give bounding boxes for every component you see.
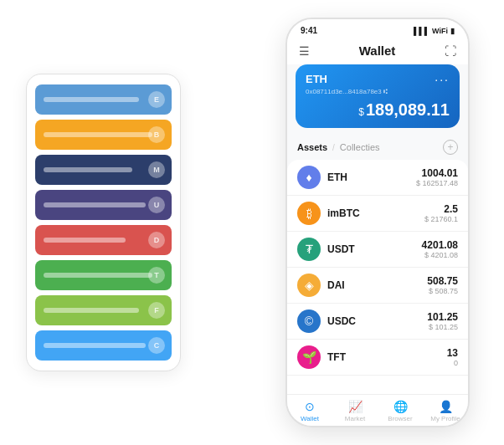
status-icons: ▌▌▌ WiFi ▮ [414, 27, 455, 35]
nav-label-profile: My Profile [430, 415, 460, 422]
card-stack: EBMUDTFC [26, 74, 181, 371]
status-bar: 9:41 ▌▌▌ WiFi ▮ [287, 19, 468, 38]
battery-icon: ▮ [450, 27, 455, 35]
assets-tabs: Assets / Collecties [297, 142, 380, 152]
asset-amount: 508.75 [427, 275, 458, 287]
card-item-5[interactable]: T [35, 260, 172, 290]
asset-name-dai: DAI [327, 279, 427, 291]
asset-amounts-tft: 130 [447, 347, 458, 367]
assets-tab-active[interactable]: Assets [297, 142, 327, 152]
eth-card[interactable]: ETH ··· 0x08711d3e...8418a78e3 ⑆ $189,08… [296, 64, 460, 128]
scene: EBMUDTFC 9:41 ▌▌▌ WiFi ▮ ☰ Wallet ⛶ ETH … [9, 9, 495, 436]
asset-icon-usdc: © [297, 309, 321, 333]
card-line [44, 273, 152, 278]
nav-item-browser[interactable]: 🌐Browser [378, 400, 423, 422]
asset-amounts-usdt: 4201.08$ 4201.08 [422, 239, 458, 259]
wifi-icon: WiFi [432, 27, 448, 35]
asset-item-eth[interactable]: ♦ETH1004.01$ 162517.48 [287, 160, 468, 196]
eth-balance-symbol: $ [358, 106, 364, 118]
asset-amount: 4201.08 [422, 239, 458, 251]
signal-icon: ▌▌▌ [414, 27, 429, 35]
asset-item-imbtc[interactable]: ₿imBTC2.5$ 21760.1 [287, 196, 468, 232]
asset-amounts-eth: 1004.01$ 162517.48 [416, 167, 458, 187]
asset-amounts-usdc: 101.25$ 101.25 [427, 311, 458, 331]
card-line [44, 238, 126, 243]
card-item-4[interactable]: D [35, 225, 172, 255]
card-item-6[interactable]: F [35, 295, 172, 325]
menu-icon[interactable]: ☰ [299, 44, 310, 58]
eth-balance-amount: 189,089.11 [366, 100, 450, 119]
asset-usd: $ 162517.48 [416, 179, 458, 187]
card-item-7[interactable]: C [35, 330, 172, 361]
assets-header: Assets / Collecties + [287, 135, 468, 160]
asset-icon-eth: ♦ [297, 166, 321, 189]
assets-tab-divider: / [332, 143, 335, 152]
eth-card-top: ETH ··· [306, 73, 450, 86]
phone-header: ☰ Wallet ⛶ [287, 38, 468, 64]
card-item-2[interactable]: M [35, 155, 172, 185]
asset-usd: 0 [447, 359, 458, 367]
card-line [44, 202, 146, 207]
nav-icon-wallet: ⊙ [305, 400, 315, 413]
asset-amount: 13 [447, 347, 458, 359]
asset-amounts-dai: 508.75$ 508.75 [427, 275, 458, 295]
asset-usd: $ 508.75 [427, 287, 458, 295]
card-icon: F [148, 302, 165, 319]
expand-icon[interactable]: ⛶ [445, 44, 456, 58]
card-line [44, 132, 152, 137]
nav-label-market: Market [345, 415, 365, 422]
asset-icon-dai: ◈ [297, 274, 321, 297]
asset-icon-imbtc: ₿ [297, 202, 321, 225]
nav-icon-market: 📈 [348, 400, 363, 413]
nav-label-wallet: Wallet [301, 415, 319, 422]
asset-icon-usdt: ₮ [297, 238, 321, 261]
asset-usd: $ 21760.1 [424, 215, 458, 223]
assets-add-button[interactable]: + [443, 140, 458, 155]
nav-icon-profile: 👤 [439, 400, 453, 413]
card-icon: U [148, 197, 165, 213]
card-line [44, 308, 139, 313]
asset-name-tft: TFT [327, 351, 447, 363]
card-icon: D [148, 232, 165, 248]
asset-amount: 1004.01 [416, 167, 458, 179]
eth-label: ETH [306, 73, 327, 85]
nav-item-wallet[interactable]: ⊙Wallet [287, 400, 332, 422]
nav-icon-browser: 🌐 [393, 400, 408, 413]
asset-name-usdt: USDT [327, 243, 422, 255]
phone-content: ETH ··· 0x08711d3e...8418a78e3 ⑆ $189,08… [287, 64, 468, 394]
assets-tab-inactive[interactable]: Collecties [340, 142, 380, 152]
asset-item-dai[interactable]: ◈DAI508.75$ 508.75 [287, 268, 468, 304]
asset-name-imbtc: imBTC [327, 207, 424, 219]
card-line [44, 97, 139, 102]
asset-usd: $ 101.25 [427, 323, 458, 331]
nav-item-profile[interactable]: 👤My Profile [423, 400, 468, 422]
eth-balance: $189,089.11 [306, 100, 450, 120]
card-line [44, 167, 132, 172]
status-time: 9:41 [301, 26, 317, 35]
card-icon: E [148, 91, 165, 108]
card-icon: C [148, 337, 165, 354]
asset-list: ♦ETH1004.01$ 162517.48₿imBTC2.5$ 21760.1… [287, 160, 468, 394]
asset-name-eth: ETH [327, 171, 416, 183]
card-line [44, 343, 146, 348]
header-title: Wallet [359, 43, 396, 58]
asset-name-usdc: USDC [327, 315, 427, 327]
nav-item-market[interactable]: 📈Market [332, 400, 378, 422]
nav-label-browser: Browser [388, 415, 412, 422]
card-item-0[interactable]: E [35, 84, 172, 115]
phone-frame: 9:41 ▌▌▌ WiFi ▮ ☰ Wallet ⛶ ETH ··· 0x087… [285, 18, 470, 427]
asset-usd: $ 4201.08 [422, 251, 458, 259]
asset-icon-tft: 🌱 [297, 345, 321, 369]
asset-item-usdc[interactable]: ©USDC101.25$ 101.25 [287, 304, 468, 340]
card-item-3[interactable]: U [35, 190, 172, 220]
asset-item-tft[interactable]: 🌱TFT130 [287, 340, 468, 376]
asset-amount: 101.25 [427, 311, 458, 323]
eth-dots-menu[interactable]: ··· [435, 73, 450, 86]
eth-address: 0x08711d3e...8418a78e3 ⑆ [306, 88, 450, 95]
asset-amounts-imbtc: 2.5$ 21760.1 [424, 203, 458, 223]
card-item-1[interactable]: B [35, 120, 172, 150]
bottom-nav: ⊙Wallet📈Market🌐Browser👤My Profile [287, 394, 468, 426]
card-icon: M [148, 161, 165, 178]
asset-amount: 2.5 [424, 203, 458, 215]
asset-item-usdt[interactable]: ₮USDT4201.08$ 4201.08 [287, 232, 468, 268]
